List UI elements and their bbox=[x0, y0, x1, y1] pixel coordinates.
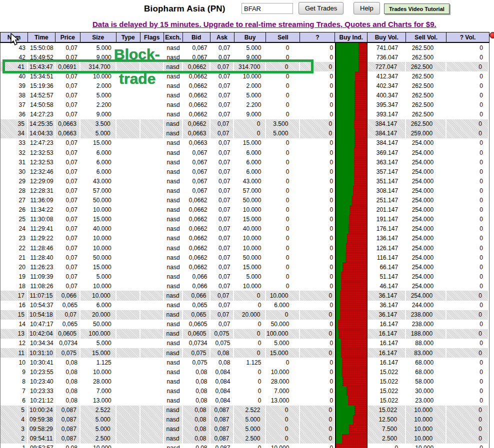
cell-size: 43.000 bbox=[80, 176, 116, 186]
cell-price: 0,0663 bbox=[56, 129, 80, 138]
table-row: 2011:26:230,0715.000nasd0,06620,0715.000… bbox=[0, 262, 489, 272]
column-header-num[interactable]: Num bbox=[0, 32, 28, 42]
table-row: 1110:31:100,07515.000nasd0,0750,08015.00… bbox=[0, 348, 489, 358]
column-header-sell[interactable]: Sell bbox=[266, 32, 300, 42]
column-header-q[interactable]: ? bbox=[300, 32, 335, 42]
cell-num: 28 bbox=[0, 186, 28, 195]
cell-bid: 0,075 bbox=[183, 348, 210, 358]
cell-buy: 50.000 bbox=[234, 196, 266, 205]
cell-type bbox=[116, 90, 140, 100]
buy-indicator-bar bbox=[336, 62, 358, 71]
cell-buy-vol: 736.047 bbox=[368, 52, 406, 62]
column-header-ask[interactable]: Ask bbox=[210, 32, 234, 42]
cell-buy-vol: 15.022 bbox=[368, 367, 406, 377]
cell-type bbox=[116, 119, 140, 129]
cell-exch: nasd bbox=[164, 100, 183, 110]
cell-flags bbox=[140, 110, 164, 119]
cell-type bbox=[116, 377, 140, 386]
column-header-time[interactable]: Time bbox=[28, 32, 56, 42]
cell-buy-ind bbox=[335, 281, 368, 291]
cell-q: 0 bbox=[300, 52, 335, 62]
cell-buy-vol: 16.147 bbox=[368, 339, 406, 348]
cell-ask: 0,084 bbox=[210, 386, 234, 396]
cell-sell: 0 bbox=[266, 415, 300, 425]
cell-q-vol: 0 bbox=[446, 425, 489, 434]
cell-sell-vol: 254.000 bbox=[406, 157, 446, 167]
column-header-type[interactable]: Type bbox=[116, 32, 140, 42]
cell-q: 0 bbox=[300, 377, 335, 386]
cell-flags bbox=[140, 320, 164, 329]
column-header-price[interactable]: Price bbox=[56, 32, 80, 42]
column-header-exch[interactable]: Exch. bbox=[164, 32, 183, 42]
cell-time: 11:30:08 bbox=[28, 215, 56, 224]
cell-time: 10:23:55 bbox=[28, 367, 56, 377]
cell-num: 33 bbox=[0, 138, 28, 148]
video-tutorial-button[interactable]: Trades Video Tutorial bbox=[384, 3, 450, 14]
cell-q: 0 bbox=[300, 119, 335, 129]
column-header-buy-vol[interactable]: Buy Vol. bbox=[368, 32, 406, 42]
cell-size: 50.000 bbox=[80, 196, 116, 205]
cell-exch: nasd bbox=[164, 262, 183, 272]
column-header-sell-vol[interactable]: Sell Vol. bbox=[406, 32, 446, 42]
cell-flags bbox=[140, 119, 164, 129]
cell-buy-ind bbox=[335, 167, 368, 176]
cell-exch: nasd bbox=[164, 90, 183, 100]
buy-indicator-bar bbox=[336, 243, 346, 253]
cell-bid: 0,0663 bbox=[183, 129, 210, 138]
buy-indicator-bar bbox=[336, 425, 349, 434]
cell-price: 0,075 bbox=[56, 348, 80, 358]
column-header-size[interactable]: Size bbox=[80, 32, 116, 42]
cell-exch: nasd bbox=[164, 148, 183, 157]
cell-exch: nasd bbox=[164, 81, 183, 90]
get-trades-button[interactable]: Get Trades bbox=[298, 2, 344, 14]
cell-ask: 0,07 bbox=[210, 129, 234, 138]
column-header-q-vol[interactable]: ? Vol. bbox=[446, 32, 489, 42]
cell-num: 24 bbox=[0, 224, 28, 234]
cell-price: 0,07 bbox=[56, 186, 80, 195]
cell-type bbox=[116, 205, 140, 215]
buy-indicator-bar bbox=[336, 215, 349, 224]
cell-q-vol: 0 bbox=[446, 71, 489, 81]
cell-num: 40 bbox=[0, 71, 28, 81]
cell-exch: nasd bbox=[164, 186, 183, 195]
cell-q-vol: 0 bbox=[446, 186, 489, 195]
delayed-data-upgrade-link[interactable]: Data is delayed by 15 minutes. Upgrade t… bbox=[92, 20, 436, 28]
cell-exch: nasd bbox=[164, 281, 183, 291]
cell-ask: 0,084 bbox=[210, 396, 234, 405]
cell-ask: 0,07 bbox=[210, 205, 234, 215]
cell-buy-ind bbox=[335, 243, 368, 253]
column-header-buy-ind[interactable]: Buy Ind. bbox=[335, 32, 368, 42]
buy-indicator-bar bbox=[336, 281, 340, 291]
cell-flags bbox=[140, 358, 164, 367]
table-row: 1811:08:260,0710.000nasd0,0660,0710.0000… bbox=[0, 281, 489, 291]
cell-flags bbox=[140, 243, 164, 253]
column-header-bid[interactable]: Bid bbox=[183, 32, 210, 42]
buy-indicator-bar bbox=[336, 262, 342, 272]
cell-sell: 0 bbox=[266, 138, 300, 148]
help-button[interactable]: Help bbox=[354, 2, 380, 14]
table-row: 710:23:330,087.000nasd0,080,08407.000015… bbox=[0, 386, 489, 396]
column-header-flags[interactable]: Flags bbox=[140, 32, 164, 42]
cell-sell: 0 bbox=[266, 196, 300, 205]
cell-bid: 0,0662 bbox=[183, 100, 210, 110]
cell-buy: 5.000 bbox=[234, 90, 266, 100]
cell-buy: 0 bbox=[234, 386, 266, 396]
table-row: 3212:32:530,076.000nasd0,0670,076.000003… bbox=[0, 148, 489, 157]
cell-sell: 0 bbox=[266, 234, 300, 243]
table-row: 1510:54:180,0720.000nasd0,0650,0720.0000… bbox=[0, 310, 489, 320]
cell-q-vol: 0 bbox=[446, 110, 489, 119]
symbol-input[interactable] bbox=[242, 3, 293, 14]
cell-price: 0,07 bbox=[56, 234, 80, 243]
column-header-buy[interactable]: Buy bbox=[234, 32, 266, 42]
cell-type bbox=[116, 329, 140, 339]
cell-exch: nasd bbox=[164, 129, 183, 138]
cell-buy-vol: 36.147 bbox=[368, 291, 406, 300]
cell-price: 0,065 bbox=[56, 320, 80, 329]
cell-sell: 0 bbox=[266, 186, 300, 195]
cell-flags bbox=[140, 52, 164, 62]
cell-time: 11:36:09 bbox=[28, 196, 56, 205]
cell-sell: 0 bbox=[266, 425, 300, 434]
cell-sell: 0 bbox=[266, 406, 300, 415]
cell-ask: 0,087 bbox=[210, 434, 234, 444]
table-row: 910:23:550,0810.000nasd0,080,084010.0000… bbox=[0, 367, 489, 377]
